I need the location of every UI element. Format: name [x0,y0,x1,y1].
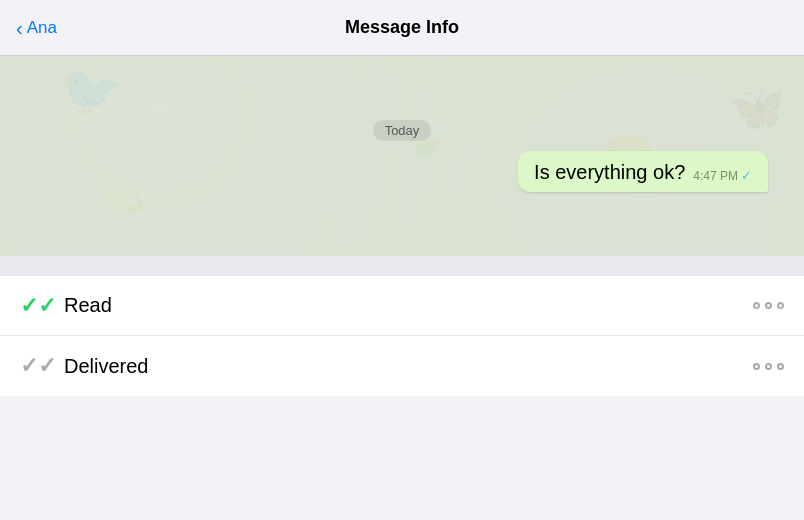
back-chevron-icon: ‹ [16,18,23,38]
message-bubble: Is everything ok? 4:47 PM ✓ [518,151,768,192]
delivered-action-dots[interactable] [753,363,784,370]
dot-1 [753,302,760,309]
back-button[interactable]: ‹ Ana [16,18,57,38]
message-text: Is everything ok? [534,161,685,184]
section-divider [0,256,804,276]
chat-content: Today Is everything ok? 4:47 PM ✓ [16,120,788,192]
date-badge: Today [373,120,432,141]
dot-4 [753,363,760,370]
chat-area: 🐦 ✦ ✦ 🍃 😊 ✦ 💫 ✦ 🦋 Today Is everything ok… [0,56,804,256]
delivered-check-icon: ✓✓ [20,353,56,379]
dot-2 [765,302,772,309]
back-label: Ana [27,18,57,38]
read-action-dots[interactable] [753,302,784,309]
delivered-label: Delivered [64,355,753,378]
info-list: ✓✓ Read ✓✓ Delivered [0,276,804,396]
dot-3 [777,302,784,309]
message-meta: 4:47 PM ✓ [693,168,752,184]
read-check-icon: ✓✓ [20,293,56,319]
message-time: 4:47 PM [693,169,738,183]
read-label: Read [64,294,753,317]
read-row: ✓✓ Read [0,276,804,336]
header: ‹ Ana Message Info [0,0,804,56]
page-title: Message Info [345,17,459,38]
delivered-row: ✓✓ Delivered [0,336,804,396]
dot-5 [765,363,772,370]
dot-6 [777,363,784,370]
message-check-icon: ✓ [741,168,752,183]
